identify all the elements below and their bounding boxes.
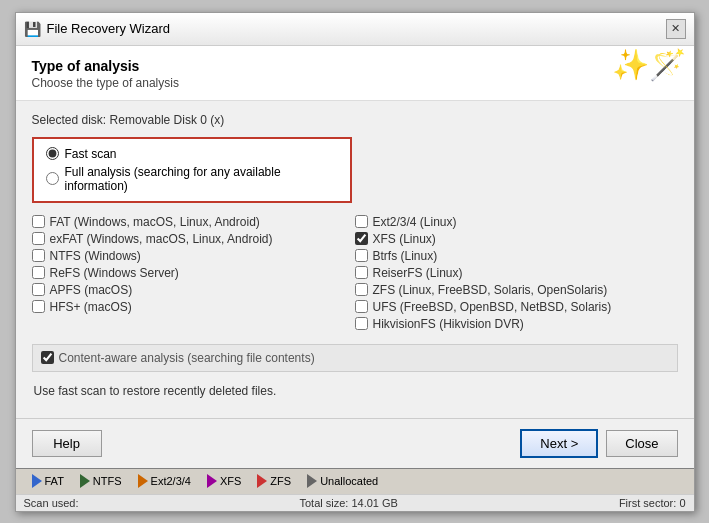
xfs-checkbox[interactable]	[355, 232, 368, 245]
hint-text: Use fast scan to restore recently delete…	[32, 384, 678, 398]
strip-ext-label: Ext2/3/4	[151, 475, 191, 487]
fs-item: NTFS (Windows)	[32, 249, 355, 263]
ext234-checkbox[interactable]	[355, 215, 368, 228]
strip-zfs: ZFS	[249, 469, 299, 494]
unallocated-arrow-icon	[307, 474, 317, 488]
fast-scan-option[interactable]: Fast scan	[46, 147, 338, 161]
fs-item: Btrfs (Linux)	[355, 249, 678, 263]
main-content: Selected disk: Removable Disk 0 (x) Fast…	[16, 101, 694, 418]
filesystem-section: FAT (Windows, macOS, Linux, Android) exF…	[32, 215, 678, 334]
ntfs-arrow-icon	[80, 474, 90, 488]
ufs-checkbox[interactable]	[355, 300, 368, 313]
apfs-checkbox[interactable]	[32, 283, 45, 296]
hfsplus-label: HFS+ (macOS)	[50, 300, 132, 314]
partition-strip: FAT NTFS Ext2/3/4 XFS ZFS Unallocated	[16, 468, 694, 494]
next-button[interactable]: Next >	[520, 429, 598, 458]
title-bar-close-button[interactable]: ✕	[666, 19, 686, 39]
strip-xfs-label: XFS	[220, 475, 241, 487]
fat-label: FAT (Windows, macOS, Linux, Android)	[50, 215, 260, 229]
refs-checkbox[interactable]	[32, 266, 45, 279]
strip-unallocated: Unallocated	[299, 469, 386, 494]
fast-scan-label: Fast scan	[65, 147, 117, 161]
fs-item: HikvisionFS (Hikvision DVR)	[355, 317, 678, 331]
selected-disk-label: Selected disk: Removable Disk 0 (x)	[32, 113, 678, 127]
header-section: Type of analysis Choose the type of anal…	[16, 46, 694, 101]
fat-arrow-icon	[32, 474, 42, 488]
strip-ntfs-label: NTFS	[93, 475, 122, 487]
strip-ext: Ext2/3/4	[130, 469, 199, 494]
hikvisionfs-label: HikvisionFS (Hikvision DVR)	[373, 317, 524, 331]
reiserfs-label: ReiserFS (Linux)	[373, 266, 463, 280]
help-button[interactable]: Help	[32, 430, 102, 457]
close-button[interactable]: Close	[606, 430, 677, 457]
full-analysis-radio[interactable]	[46, 172, 59, 185]
exfat-label: exFAT (Windows, macOS, Linux, Android)	[50, 232, 273, 246]
first-sector-label: First sector: 0	[619, 497, 686, 509]
full-analysis-label: Full analysis (searching for any availab…	[65, 165, 338, 193]
scan-used-label: Scan used:	[24, 497, 79, 509]
fs-item: UFS (FreeBSD, OpenBSD, NetBSD, Solaris)	[355, 300, 678, 314]
strip-fat: FAT	[24, 469, 72, 494]
strip-zfs-label: ZFS	[270, 475, 291, 487]
btrfs-checkbox[interactable]	[355, 249, 368, 262]
content-aware-label: Content-aware analysis (searching file c…	[59, 351, 315, 365]
title-bar-left: 💾 File Recovery Wizard	[24, 21, 171, 37]
fs-item: FAT (Windows, macOS, Linux, Android)	[32, 215, 355, 229]
fs-item: ReiserFS (Linux)	[355, 266, 678, 280]
zfs-arrow-icon	[257, 474, 267, 488]
fs-item: HFS+ (macOS)	[32, 300, 355, 314]
ufs-label: UFS (FreeBSD, OpenBSD, NetBSD, Solaris)	[373, 300, 612, 314]
dialog-icon: 💾	[24, 21, 41, 37]
title-bar: 💾 File Recovery Wizard ✕	[16, 13, 694, 46]
xfs-arrow-icon	[207, 474, 217, 488]
strip-xfs: XFS	[199, 469, 249, 494]
btrfs-label: Btrfs (Linux)	[373, 249, 438, 263]
ext-arrow-icon	[138, 474, 148, 488]
refs-label: ReFS (Windows Server)	[50, 266, 179, 280]
fast-scan-radio[interactable]	[46, 147, 59, 160]
title-bar-text: File Recovery Wizard	[47, 21, 171, 36]
content-aware-section: Content-aware analysis (searching file c…	[32, 344, 678, 372]
fs-item: exFAT (Windows, macOS, Linux, Android)	[32, 232, 355, 246]
wizard-icon: ✨🪄	[612, 50, 686, 80]
ntfs-checkbox[interactable]	[32, 249, 45, 262]
ext234-label: Ext2/3/4 (Linux)	[373, 215, 457, 229]
fs-item: Ext2/3/4 (Linux)	[355, 215, 678, 229]
hikvisionfs-checkbox[interactable]	[355, 317, 368, 330]
file-recovery-wizard-dialog: 💾 File Recovery Wizard ✕ Type of analysi…	[15, 12, 695, 512]
header-title: Type of analysis	[32, 58, 678, 74]
fs-col-left: FAT (Windows, macOS, Linux, Android) exF…	[32, 215, 355, 334]
ntfs-label: NTFS (Windows)	[50, 249, 141, 263]
exfat-checkbox[interactable]	[32, 232, 45, 245]
strip-unallocated-label: Unallocated	[320, 475, 378, 487]
fs-item: APFS (macOS)	[32, 283, 355, 297]
hfsplus-checkbox[interactable]	[32, 300, 45, 313]
strip-ntfs: NTFS	[72, 469, 130, 494]
content-aware-checkbox[interactable]	[41, 351, 54, 364]
fat-checkbox[interactable]	[32, 215, 45, 228]
fs-item: ZFS (Linux, FreeBSD, Solaris, OpenSolari…	[355, 283, 678, 297]
full-analysis-option[interactable]: Full analysis (searching for any availab…	[46, 165, 338, 193]
footer: Help Next > Close	[16, 418, 694, 468]
total-size-label: Total size: 14.01 GB	[299, 497, 397, 509]
reiserfs-checkbox[interactable]	[355, 266, 368, 279]
zfs-label: ZFS (Linux, FreeBSD, Solaris, OpenSolari…	[373, 283, 608, 297]
scan-options-box: Fast scan Full analysis (searching for a…	[32, 137, 352, 203]
fs-item: XFS (Linux)	[355, 232, 678, 246]
apfs-label: APFS (macOS)	[50, 283, 133, 297]
header-subtitle: Choose the type of analysis	[32, 76, 678, 90]
zfs-checkbox[interactable]	[355, 283, 368, 296]
fs-item: ReFS (Windows Server)	[32, 266, 355, 280]
fs-col-right: Ext2/3/4 (Linux) XFS (Linux) Btrfs (Linu…	[355, 215, 678, 334]
xfs-label: XFS (Linux)	[373, 232, 436, 246]
status-bar: Scan used: Total size: 14.01 GB First se…	[16, 494, 694, 511]
strip-fat-label: FAT	[45, 475, 64, 487]
